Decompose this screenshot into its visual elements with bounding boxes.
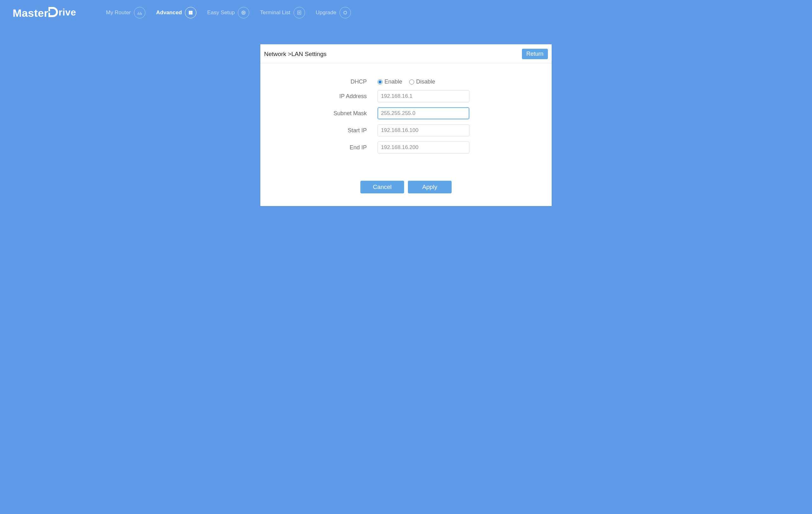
svg-rect-8 [344,11,346,14]
nav-upgrade[interactable]: Upgrade [316,7,351,18]
panel-header: Network >LAN Settings Return [260,44,552,63]
dhcp-enable-label: Enable [384,79,402,85]
dhcp-enable-radio[interactable] [377,80,383,85]
lan-settings-form: DHCP Enable Disable IP Addr [260,63,552,206]
brand-mark: rive [49,7,78,18]
nav-label: My Router [106,9,131,16]
nav-my-router[interactable]: My Router [106,7,145,18]
cancel-button[interactable]: Cancel [360,181,404,193]
row-end-ip: End IP [273,142,539,153]
label-ip-address: IP Address [273,93,377,100]
dhcp-disable-label: Disable [416,79,435,85]
label-end-ip: End IP [273,144,377,151]
brand-logo: Master rive [13,6,78,19]
nav-label: Upgrade [316,9,336,16]
dhcp-disable-radio[interactable] [409,80,414,85]
topbar: Master rive My Router Advanced Easy Setu… [0,0,812,25]
row-ip-address: IP Address [273,90,539,102]
label-dhcp: DHCP [273,79,377,85]
svg-rect-4 [189,13,191,14]
svg-rect-3 [191,11,193,13]
breadcrumb: Network >LAN Settings [264,51,326,58]
svg-rect-5 [191,13,193,14]
chip-icon [340,7,351,18]
row-start-ip: Start IP [273,124,539,137]
svg-rect-2 [189,11,191,13]
nav-terminal-list[interactable]: Terminal List [260,7,304,18]
label-subnet-mask: Subnet Mask [273,110,377,117]
grid-icon [185,7,196,18]
start-ip-input[interactable] [377,124,469,137]
nav-advanced[interactable]: Advanced [156,7,196,18]
row-subnet-mask: Subnet Mask [273,107,539,119]
nav-label: Advanced [156,9,182,16]
svg-text:rive: rive [59,7,76,18]
end-ip-input[interactable] [377,142,469,153]
dhcp-radio-group: Enable Disable [377,79,435,85]
return-button[interactable]: Return [522,49,548,59]
settings-panel: Network >LAN Settings Return DHCP Enable… [260,44,552,206]
top-nav: My Router Advanced Easy Setup Terminal L… [106,7,351,18]
brand-name: Master [13,7,49,19]
subnet-mask-input[interactable] [377,107,469,119]
nav-label: Easy Setup [207,9,235,16]
panel-wrap: Network >LAN Settings Return DHCP Enable… [0,25,812,206]
list-icon [294,7,305,18]
dhcp-disable-option[interactable]: Disable [409,79,435,85]
ip-address-input[interactable] [377,90,469,102]
apply-button[interactable]: Apply [408,181,452,193]
label-start-ip: Start IP [273,127,377,134]
nav-easy-setup[interactable]: Easy Setup [207,7,249,18]
dhcp-enable-option[interactable]: Enable [377,79,402,85]
svg-rect-1 [138,13,142,14]
nav-label: Terminal List [260,9,290,16]
row-dhcp: DHCP Enable Disable [273,79,539,85]
form-buttons: Cancel Apply [273,158,539,206]
globe-icon [238,7,249,18]
router-icon [134,7,145,18]
